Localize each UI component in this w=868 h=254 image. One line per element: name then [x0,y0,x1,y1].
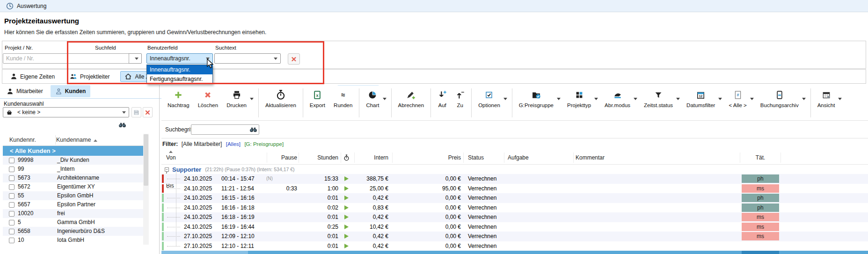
toolbar-button[interactable]: Aktualisieren [261,86,300,120]
grid-header[interactable]: Von / Bis Pause Stunden Intern Preis Sta… [161,151,868,165]
checkbox[interactable] [9,211,15,217]
table-row[interactable]: 24.10.2025 16:18 - 16:19 0:01 0,42 € 0,0… [161,212,868,222]
play-icon[interactable] [344,215,349,219]
dropdown-option[interactable]: Innenauftragsnr. [147,65,212,74]
toolbar-button[interactable]: G:Preisgruppe [515,86,563,120]
collapse-icon[interactable]: − [165,167,169,172]
scrollbar-thumb[interactable] [144,134,148,186]
dropdown-arrow-icon[interactable] [557,98,561,100]
checkbox[interactable] [9,193,15,199]
column-kommentar[interactable]: Kommentar [576,151,605,165]
column-aufgabe[interactable]: Aufgabe [508,151,529,165]
toolbar-button[interactable] [512,88,512,117]
toolbar-button[interactable] [810,88,811,117]
toolbar-button[interactable] [391,88,392,117]
filter-mitarbeiter[interactable]: [Alle Mitarbeiter] [182,141,222,147]
toolbar-button[interactable] [303,88,303,117]
checkbox[interactable] [9,175,15,181]
toolbar-button[interactable]: Auf [433,86,451,120]
table-row[interactable]: 24.10.2025 00:14 - 15:47 (N) 15:33 388,7… [161,174,868,184]
customer-row[interactable]: 5657 Epsilon Partner [3,200,143,209]
dropdown-arrow-icon[interactable] [503,98,507,100]
toolbar-button[interactable] [359,88,359,117]
dropdown-arrow-icon[interactable] [750,98,754,100]
column-taet[interactable]: Tät. [742,151,779,165]
clear-preset-button[interactable]: ✕ [143,107,153,117]
scope-button[interactable]: Eigene Zeiten [6,71,59,82]
customer-row[interactable]: 99998 _Div Kunden [3,156,143,165]
toolbar-button[interactable] [258,88,259,117]
customer-filter-input[interactable] [3,53,129,64]
toolbar-button[interactable]: Zeitst.status [640,86,682,120]
group-row[interactable]: − Supporter (21:22h) (Pause 0:37h) (Inte… [161,165,868,174]
checkbox[interactable] [9,220,15,225]
column-kundenname[interactable]: Kundenname [56,134,97,146]
customer-row[interactable]: 10020 frei [3,209,143,218]
toolbar-button[interactable]: Zu [451,86,469,120]
customer-row[interactable]: 5 Gamma GmbH [3,218,143,227]
play-icon[interactable] [344,234,349,239]
customer-preset-dropdown[interactable]: < keine > [3,107,129,117]
toolbar-button[interactable]: Nachtrag [163,86,194,120]
dropdown-arrow-icon[interactable] [802,98,806,100]
dropdown-arrow-icon[interactable] [838,98,842,100]
toolbar-button[interactable]: Abr.modus [600,86,640,120]
customer-row[interactable]: 5672 Eigentümer XY [3,182,143,191]
play-icon[interactable] [344,205,349,210]
toolbar-button[interactable]: 12 Datumsfilter [682,86,724,120]
selected-row-strip[interactable] [161,251,868,254]
column-status[interactable]: Status [468,151,484,165]
checkbox[interactable] [9,158,15,163]
play-icon[interactable] [344,196,349,200]
checkbox[interactable] [9,229,15,234]
dropdown-option[interactable]: Fertigungsauftragsnr. [147,74,212,84]
table-row[interactable]: 24.10.2025 11:21 - 12:54 0:33 1:00 25,00… [161,184,868,194]
play-icon[interactable] [344,176,349,181]
dropdown-arrow-icon[interactable] [718,98,722,100]
customer-row[interactable]: 99 _Intern [3,165,143,174]
all-customers-row[interactable]: < Alle Kunden > [3,146,143,156]
toolbar-button[interactable]: Chart [362,86,388,120]
save-preset-button[interactable] [131,107,141,117]
customer-scrollbar[interactable] [143,134,149,245]
column-pause[interactable]: Pause [271,151,297,165]
play-icon[interactable] [344,186,349,191]
column-kundennr[interactable]: Kundennr. [9,134,36,146]
checkbox[interactable] [9,202,15,208]
checkbox[interactable] [9,238,15,243]
filter-alles[interactable]: [Alles] [226,141,241,147]
customer-row[interactable]: 10 Iota GmbH [3,236,143,245]
play-icon[interactable] [344,225,349,229]
benutzerfeld-dropdown[interactable]: Innenauftragsnr. [146,53,213,64]
dropdown-arrow-icon[interactable] [676,98,680,100]
filter-preisgruppe[interactable]: [G: Preisgruppe] [244,141,284,147]
customer-row[interactable]: 5673 Architektenname [3,174,143,182]
table-row[interactable]: 27.10.2025 12:10 - 12:11 0:01 0,42 € 0,0… [161,241,868,251]
column-stunden[interactable]: Stunden [299,151,338,165]
checkbox[interactable] [9,184,15,190]
customer-row[interactable]: 55 Epsilon GmbH [3,191,143,200]
toolbar-button[interactable]: Buchungsarchiv [756,86,808,120]
dropdown-arrow-icon[interactable] [383,98,387,100]
toolbar-button[interactable]: ≈ Runden [329,86,357,120]
toolbar-button[interactable]: Projekttyp [563,86,600,120]
toolbar-button[interactable] [471,88,472,117]
play-icon[interactable] [344,244,349,248]
suchtext-dropdown[interactable] [214,53,281,64]
toolbar-button[interactable]: Optionen [474,86,510,120]
tab[interactable]: Kunden [51,85,91,97]
tab[interactable]: Mitarbeiter [2,85,48,97]
toolbar-button[interactable]: x Export [306,86,329,120]
table-row[interactable]: 24.10.2025 16:19 - 16:44 0:25 10,42 € 0,… [161,222,868,232]
table-row[interactable]: 24.10.2025 16:15 - 16:16 0:01 0,42 € 0,0… [161,193,868,203]
checkbox[interactable] [9,167,15,172]
dropdown-arrow-icon[interactable] [250,98,254,100]
toolbar-button[interactable]: Abrechnen [394,86,429,120]
dropdown-arrow-icon[interactable] [594,98,598,100]
toolbar-button[interactable]: Drucken [222,86,256,120]
column-intern[interactable]: Intern [351,151,388,165]
toolbar-button[interactable]: Ansicht [813,86,845,120]
toolbar-button[interactable] [430,88,431,117]
table-row[interactable]: 27.10.2025 12:09 - 12:10 0:01 0,42 € 0,0… [161,232,868,241]
scope-button[interactable]: Projektleiter [66,71,114,82]
